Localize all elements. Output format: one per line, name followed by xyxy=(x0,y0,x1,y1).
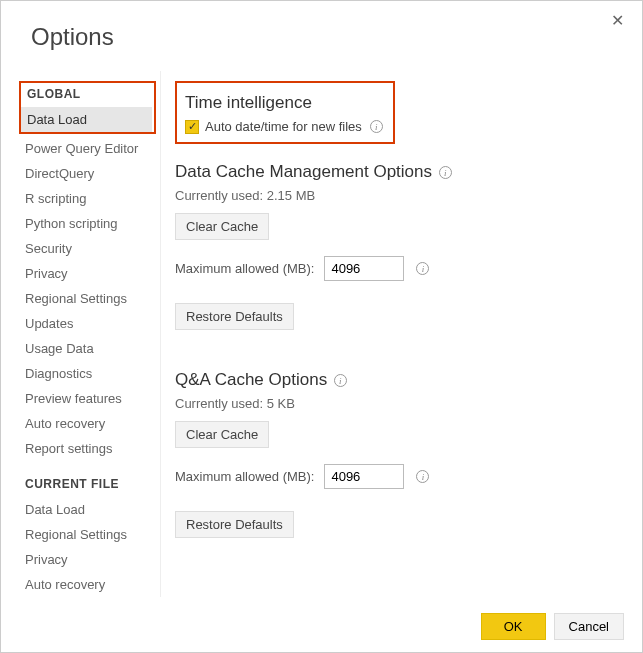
sidebar-item-privacy[interactable]: Privacy xyxy=(19,261,160,286)
sidebar-item-directquery[interactable]: DirectQuery xyxy=(19,161,160,186)
sidebar-item-cf-auto-recovery[interactable]: Auto recovery xyxy=(19,572,160,597)
sidebar-item-cf-data-load[interactable]: Data Load xyxy=(19,497,160,522)
qa-clear-cache-button[interactable]: Clear Cache xyxy=(175,421,269,448)
qa-cache-used: Currently used: 5 KB xyxy=(175,396,620,411)
data-cache-max-label: Maximum allowed (MB): xyxy=(175,261,314,276)
ok-button[interactable]: OK xyxy=(481,613,546,640)
dialog-footer: OK Cancel xyxy=(481,613,624,640)
dialog-title: Options xyxy=(1,1,642,61)
sidebar-item-preview-features[interactable]: Preview features xyxy=(19,386,160,411)
dialog-body: GLOBAL Data Load Power Query Editor Dire… xyxy=(1,71,642,597)
sidebar-item-report-settings[interactable]: Report settings xyxy=(19,436,160,461)
auto-date-time-checkbox[interactable]: ✓ xyxy=(185,120,199,134)
sidebar-item-cf-regional-settings[interactable]: Regional Settings xyxy=(19,522,160,547)
info-icon[interactable]: i xyxy=(416,470,429,483)
qa-cache-max-label: Maximum allowed (MB): xyxy=(175,469,314,484)
sidebar-item-auto-recovery[interactable]: Auto recovery xyxy=(19,411,160,436)
sidebar-item-regional-settings[interactable]: Regional Settings xyxy=(19,286,160,311)
qa-cache-max-row: Maximum allowed (MB): i xyxy=(175,464,620,489)
restore-defaults-button[interactable]: Restore Defaults xyxy=(175,303,294,330)
sidebar-item-r-scripting[interactable]: R scripting xyxy=(19,186,160,211)
data-cache-title-text: Data Cache Management Options xyxy=(175,162,432,181)
auto-date-time-row: ✓ Auto date/time for new files i xyxy=(185,119,383,134)
qa-cache-title-text: Q&A Cache Options xyxy=(175,370,327,389)
cancel-button[interactable]: Cancel xyxy=(554,613,624,640)
options-dialog: ✕ Options GLOBAL Data Load Power Query E… xyxy=(0,0,643,653)
info-icon[interactable]: i xyxy=(439,166,452,179)
sidebar-item-diagnostics[interactable]: Diagnostics xyxy=(19,361,160,386)
qa-cache-title: Q&A Cache Options i xyxy=(175,370,620,390)
clear-cache-button[interactable]: Clear Cache xyxy=(175,213,269,240)
content-pane: Time intelligence ✓ Auto date/time for n… xyxy=(161,71,642,597)
sidebar-item-power-query-editor[interactable]: Power Query Editor xyxy=(19,136,160,161)
sidebar-item-security[interactable]: Security xyxy=(19,236,160,261)
close-icon[interactable]: ✕ xyxy=(603,7,632,34)
info-icon[interactable]: i xyxy=(416,262,429,275)
sidebar-item-data-load[interactable]: Data Load xyxy=(21,107,152,132)
time-intelligence-title: Time intelligence xyxy=(185,93,383,113)
sidebar-item-usage-data[interactable]: Usage Data xyxy=(19,336,160,361)
data-cache-used: Currently used: 2.15 MB xyxy=(175,188,620,203)
current-file-header: CURRENT FILE xyxy=(25,477,160,491)
qa-restore-defaults-button[interactable]: Restore Defaults xyxy=(175,511,294,538)
sidebar-item-cf-privacy[interactable]: Privacy xyxy=(19,547,160,572)
global-section-highlight: GLOBAL Data Load xyxy=(19,81,156,134)
info-icon[interactable]: i xyxy=(334,374,347,387)
global-header: GLOBAL xyxy=(27,87,152,101)
time-intelligence-highlight: Time intelligence ✓ Auto date/time for n… xyxy=(175,81,395,144)
qa-cache-max-input[interactable] xyxy=(324,464,404,489)
info-icon[interactable]: i xyxy=(370,120,383,133)
sidebar-item-python-scripting[interactable]: Python scripting xyxy=(19,211,160,236)
data-cache-title: Data Cache Management Options i xyxy=(175,162,620,182)
auto-date-time-label: Auto date/time for new files xyxy=(205,119,362,134)
sidebar: GLOBAL Data Load Power Query Editor Dire… xyxy=(1,71,161,597)
data-cache-max-row: Maximum allowed (MB): i xyxy=(175,256,620,281)
sidebar-item-updates[interactable]: Updates xyxy=(19,311,160,336)
data-cache-max-input[interactable] xyxy=(324,256,404,281)
